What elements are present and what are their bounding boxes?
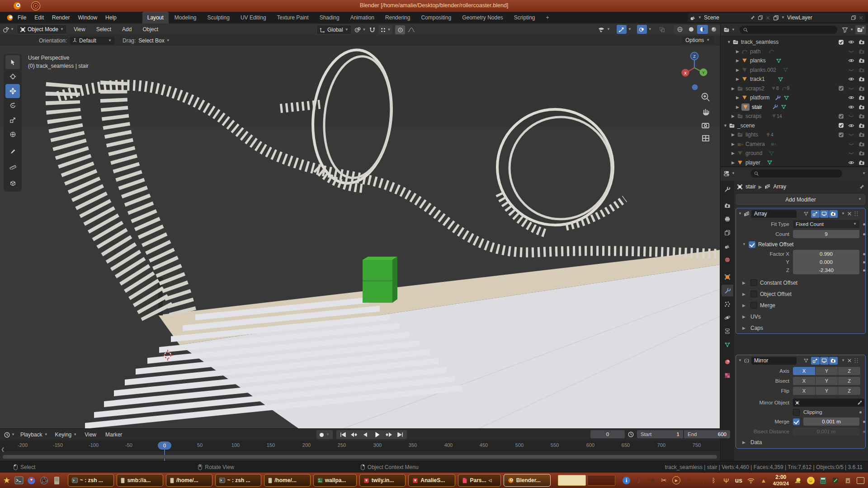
workspace-pager[interactable]	[558, 475, 615, 486]
add-modifier-button[interactable]: Add Modifier ▼	[736, 194, 865, 205]
eye-icon[interactable]	[848, 39, 854, 45]
flip-x-button[interactable]: X	[793, 387, 815, 395]
eye-closed-icon[interactable]	[848, 67, 854, 73]
outliner-row-stair[interactable]: ▶ stair	[721, 103, 868, 112]
stopwatch-icon[interactable]	[627, 431, 634, 438]
outliner-row-scraps2[interactable]: ▶ scraps2 8 9	[721, 84, 868, 94]
editor-properties-icon[interactable]	[723, 170, 730, 177]
timeline-expand-icon[interactable]: ❮	[1, 447, 5, 452]
animate-dot[interactable]	[863, 223, 865, 225]
tray-music-icon[interactable]: ♪	[634, 474, 644, 487]
workspace-tab-animation[interactable]: Animation	[345, 12, 379, 23]
exclude-checkbox-icon[interactable]	[838, 132, 844, 138]
object-offset-header[interactable]: ▶ Object Offset	[736, 288, 865, 300]
new-scene-icon[interactable]	[758, 15, 763, 20]
new-viewlayer-icon[interactable]	[851, 15, 856, 20]
bisect-x-button[interactable]: X	[793, 377, 815, 385]
mirror-extras-dropdown[interactable]: ▼	[841, 359, 845, 362]
launcher-favorites-icon[interactable]: ★	[2, 474, 12, 487]
fit-type-dropdown[interactable]: Fixed Count▼	[793, 220, 859, 228]
merge-header[interactable]: ▶ Merge	[736, 300, 865, 311]
prev-keyframe-button[interactable]	[349, 430, 359, 439]
array-render-toggle[interactable]	[829, 210, 838, 218]
tray-wifi-icon[interactable]	[746, 474, 756, 487]
data-header[interactable]: ▶ Data	[736, 436, 865, 448]
tool-rotate[interactable]	[5, 99, 20, 113]
tray-bluetooth-icon[interactable]: ᛒ	[709, 474, 719, 487]
tab-object-data[interactable]	[722, 339, 733, 351]
caps-header[interactable]: ▶ Caps	[736, 322, 865, 333]
chevron-down-icon[interactable]: ▼	[850, 28, 854, 32]
eye-icon[interactable]	[848, 94, 854, 101]
end-frame-field[interactable]: End 600	[684, 430, 730, 438]
eye-icon[interactable]	[848, 160, 854, 166]
tab-material[interactable]	[722, 356, 733, 368]
exclude-checkbox-icon[interactable]	[838, 122, 844, 128]
drag-setting-dropdown[interactable]: Select Box ▼	[138, 38, 170, 44]
eyedropper-icon[interactable]	[857, 400, 863, 405]
constant-offset-header[interactable]: ▶ Constant Offset	[736, 277, 865, 288]
properties-search[interactable]	[750, 169, 842, 178]
breadcrumb-modifier[interactable]: Array	[773, 183, 786, 190]
shading-solid-button[interactable]	[686, 25, 697, 34]
animate-dot[interactable]	[863, 431, 865, 433]
tab-tool[interactable]	[722, 183, 733, 195]
auto-key-button[interactable]: ▼	[316, 430, 333, 439]
new-collection-button[interactable]: +	[855, 25, 866, 34]
editor-outliner-icon[interactable]	[723, 27, 730, 33]
workspace-tab-sculpting[interactable]: Sculpting	[203, 12, 235, 23]
eye-icon[interactable]	[848, 104, 854, 110]
menu-window[interactable]: Window	[74, 14, 101, 21]
relative-offset-header[interactable]: ▼ Relative Offset	[736, 239, 865, 250]
mirror-close-icon[interactable]	[847, 358, 852, 363]
camera-icon[interactable]	[859, 104, 865, 110]
taskbar-window-blender[interactable]: Blender...	[504, 474, 551, 487]
tab-object[interactable]	[722, 271, 733, 283]
workspace-tab-scripting[interactable]: Scripting	[509, 12, 540, 23]
workspace-tab-layout[interactable]: Layout	[142, 12, 169, 23]
array-panel-header[interactable]: ▼ Array ▼	[736, 208, 865, 219]
eye-closed-icon[interactable]	[848, 141, 854, 147]
animate-dot[interactable]	[863, 269, 865, 272]
tool-scale[interactable]	[5, 113, 20, 127]
gizmo-toggle[interactable]	[617, 25, 627, 34]
playback-menu[interactable]: Playback▼	[20, 432, 48, 438]
drag-handle-icon[interactable]	[854, 358, 859, 363]
shading-rendered-button[interactable]	[708, 25, 719, 34]
eye-icon[interactable]	[848, 76, 854, 82]
factor-z-field[interactable]: -2.340	[793, 266, 859, 274]
taskbar-window-zsh-1[interactable]: ~ : zsh ...	[68, 474, 114, 487]
prev-frame-button[interactable]	[360, 430, 371, 439]
animate-dot[interactable]	[863, 421, 865, 423]
camera-icon[interactable]	[859, 94, 865, 101]
workspace-tab-add[interactable]: +	[541, 12, 554, 23]
falloff-curve-icon[interactable]	[408, 27, 415, 33]
tray-weather-icon[interactable]	[793, 474, 803, 487]
overlays-toggle[interactable]	[637, 25, 647, 34]
close-icon[interactable]	[859, 15, 863, 20]
outliner-row-scene[interactable]: ▼ _scene	[721, 121, 868, 131]
taskbar-window-zsh-2[interactable]: ~ : zsh ...	[215, 474, 262, 487]
taskbar-window-home-2[interactable]: /home/...	[264, 474, 311, 487]
taskbar-window-home-1[interactable]: /home/...	[166, 474, 212, 487]
menu-file[interactable]: File	[14, 14, 30, 21]
array-edit-cage-toggle[interactable]	[802, 210, 811, 218]
tool-transform[interactable]	[5, 127, 20, 141]
workspace-tab-shading[interactable]: Shading	[315, 12, 344, 23]
camera-icon[interactable]	[859, 150, 865, 156]
tray-keyboard-layout[interactable]: us	[734, 474, 744, 487]
window-titlebar[interactable]: Blender [/home/amalie/Desktop/blender/ro…	[0, 0, 868, 12]
bisect-y-button[interactable]: Y	[816, 377, 838, 385]
animate-dot[interactable]	[863, 253, 865, 255]
tray-dictionary-icon[interactable]: a	[843, 474, 853, 487]
tray-clock[interactable]: 2:00 4/20/24	[773, 474, 789, 486]
eye-icon[interactable]	[848, 122, 854, 129]
xray-toggle[interactable]	[657, 25, 667, 34]
uvs-header[interactable]: ▶ UVs	[736, 311, 865, 322]
menu-view[interactable]: View	[70, 26, 90, 33]
workspace-tab-modeling[interactable]: Modeling	[170, 12, 202, 23]
camera-disabled-icon[interactable]	[859, 48, 865, 55]
clipping-checkbox[interactable]	[793, 409, 800, 416]
tool-cursor[interactable]	[5, 70, 20, 84]
tab-modifiers[interactable]	[722, 285, 733, 296]
